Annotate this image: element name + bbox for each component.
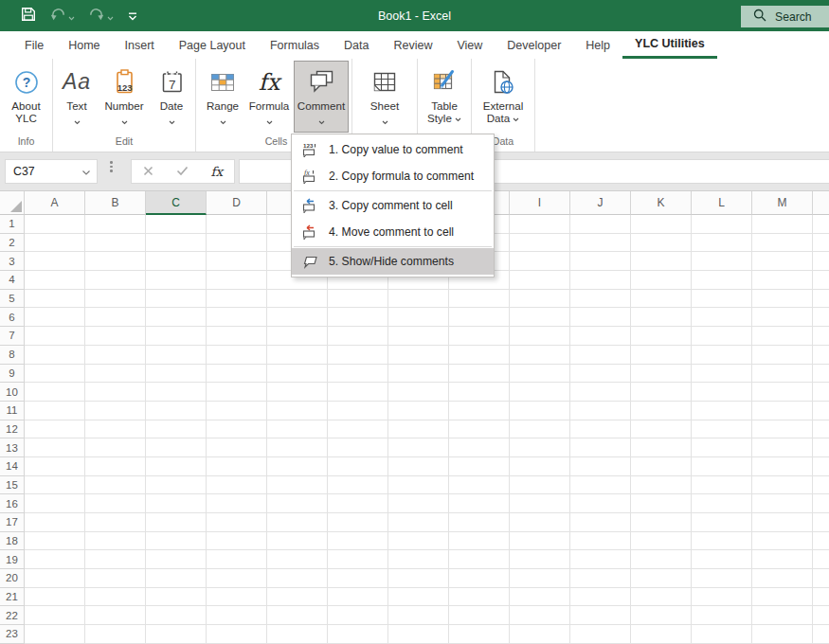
cell[interactable]	[388, 383, 449, 402]
cell[interactable]	[207, 588, 267, 607]
row-header-2[interactable]: 2	[0, 234, 25, 253]
cell[interactable]	[510, 308, 570, 327]
range-button[interactable]: Range	[201, 61, 244, 133]
cell[interactable]	[388, 476, 449, 495]
cell[interactable]	[85, 383, 146, 402]
cell[interactable]	[510, 457, 570, 476]
about-ylc-button[interactable]: ? About YLC	[2, 61, 51, 133]
cell[interactable]	[388, 625, 449, 644]
cell[interactable]	[570, 215, 631, 234]
cell[interactable]	[328, 290, 388, 309]
cell[interactable]	[267, 569, 328, 588]
tab-file[interactable]: File	[12, 31, 56, 59]
cell[interactable]	[449, 569, 510, 588]
cell[interactable]	[692, 457, 752, 476]
cell[interactable]	[146, 346, 207, 365]
cell[interactable]	[85, 438, 146, 457]
undo-dropdown-icon[interactable]	[68, 8, 75, 25]
cell[interactable]	[510, 215, 570, 234]
cell[interactable]	[449, 327, 510, 346]
cell[interactable]	[570, 550, 631, 569]
cell[interactable]	[388, 346, 449, 365]
cell[interactable]	[388, 327, 449, 346]
cell[interactable]	[510, 346, 570, 365]
cell[interactable]	[692, 327, 752, 346]
cell[interactable]	[449, 346, 510, 365]
tab-developer[interactable]: Developer	[495, 31, 573, 59]
cell[interactable]	[752, 252, 813, 271]
row-header-9[interactable]: 9	[0, 365, 25, 384]
menu-item-copy-formula-to-comment[interactable]: fx 2. Copy formula to comment	[292, 163, 494, 189]
cell[interactable]	[207, 532, 267, 551]
cell[interactable]	[25, 550, 85, 569]
cell[interactable]	[25, 271, 85, 290]
tab-ylc-utilities[interactable]: YLC Utilities	[622, 31, 717, 59]
cell[interactable]	[207, 271, 267, 290]
cell[interactable]	[25, 513, 85, 532]
cell[interactable]	[752, 290, 813, 309]
menu-item-copy-value-to-comment[interactable]: 123 1. Copy value to comment	[292, 136, 494, 163]
cell[interactable]	[25, 383, 85, 402]
name-box[interactable]: C37	[5, 159, 98, 184]
cell[interactable]	[692, 234, 752, 253]
cell[interactable]	[570, 402, 631, 420]
cell[interactable]	[388, 494, 449, 513]
enter-check-icon[interactable]	[176, 163, 189, 180]
cell[interactable]	[449, 438, 510, 457]
row-header-17[interactable]: 17	[0, 513, 25, 532]
cell[interactable]	[510, 625, 570, 644]
cell[interactable]	[449, 606, 510, 625]
cell[interactable]	[146, 383, 207, 402]
cell[interactable]	[85, 476, 146, 495]
cell[interactable]	[813, 494, 829, 513]
cell[interactable]	[631, 252, 692, 271]
cell[interactable]	[692, 252, 752, 271]
cell[interactable]	[570, 513, 631, 532]
cell[interactable]	[207, 365, 267, 384]
cell[interactable]	[570, 252, 631, 271]
name-box-dropdown-icon[interactable]	[82, 165, 90, 178]
cell[interactable]	[25, 365, 85, 384]
cell[interactable]	[207, 215, 267, 234]
cell[interactable]	[813, 271, 829, 290]
cell[interactable]	[25, 308, 85, 327]
cell[interactable]	[267, 365, 328, 384]
cell[interactable]	[813, 513, 829, 532]
cell[interactable]	[267, 383, 328, 402]
number-button[interactable]: 123 Number	[99, 61, 150, 133]
insert-function-icon[interactable]: fx	[210, 164, 223, 179]
cell[interactable]	[328, 346, 388, 365]
cell[interactable]	[388, 550, 449, 569]
date-button[interactable]: 7 Date	[150, 61, 193, 133]
cell[interactable]	[570, 494, 631, 513]
cell[interactable]	[752, 438, 813, 457]
cell[interactable]	[267, 476, 328, 495]
cell[interactable]	[752, 532, 813, 551]
row-header-15[interactable]: 15	[0, 476, 25, 495]
cell[interactable]	[449, 588, 510, 607]
cell[interactable]	[267, 457, 328, 476]
cell[interactable]	[752, 476, 813, 495]
cell[interactable]	[752, 383, 813, 402]
cell[interactable]	[692, 420, 752, 439]
cell[interactable]	[25, 476, 85, 495]
cell[interactable]	[813, 588, 829, 607]
formula-bar-resize-handle[interactable]	[110, 161, 113, 172]
row-header-3[interactable]: 3	[0, 252, 25, 271]
cell[interactable]	[692, 346, 752, 365]
column-header-D[interactable]: D	[207, 191, 267, 215]
column-header-J[interactable]: J	[570, 191, 631, 215]
customize-toolbar-icon[interactable]	[127, 8, 138, 25]
row-header-1[interactable]: 1	[0, 215, 25, 234]
cell[interactable]	[85, 550, 146, 569]
cell[interactable]	[510, 513, 570, 532]
cell[interactable]	[510, 476, 570, 495]
tab-view[interactable]: View	[444, 31, 495, 59]
cell[interactable]	[267, 532, 328, 551]
cell[interactable]	[85, 365, 146, 384]
cell[interactable]	[813, 550, 829, 569]
cell[interactable]	[25, 494, 85, 513]
cell[interactable]	[146, 252, 207, 271]
cell[interactable]	[813, 383, 829, 402]
cell[interactable]	[692, 476, 752, 495]
